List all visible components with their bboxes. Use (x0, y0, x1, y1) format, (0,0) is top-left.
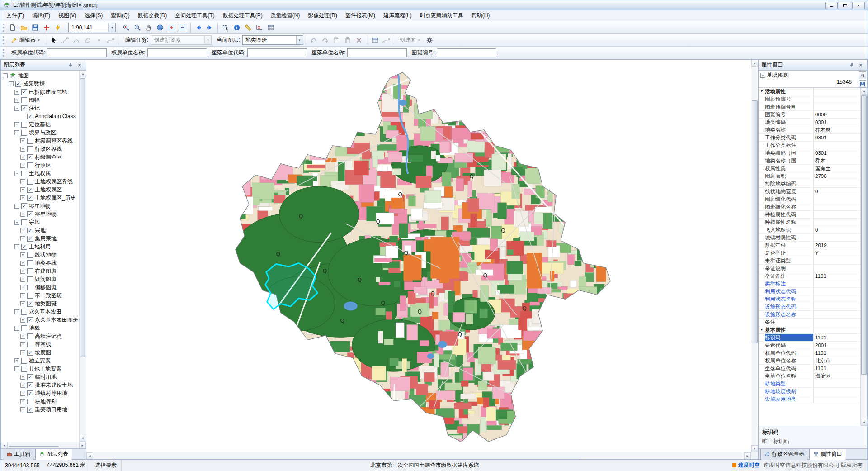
property-section[interactable]: ▼活动属性 (759, 88, 860, 95)
menu-item-4[interactable]: 选择(S) (80, 10, 107, 21)
layer-visibility-checkbox[interactable] (27, 179, 33, 185)
property-row[interactable]: 扣除地类编码 (759, 180, 860, 188)
property-value[interactable] (814, 234, 860, 241)
open-project-button[interactable] (19, 23, 29, 33)
sketch-properties-button[interactable] (381, 35, 392, 45)
property-row[interactable]: 图斑预编号 (759, 95, 860, 103)
layer-tree-item[interactable]: -✓注记 (1, 104, 79, 112)
property-value[interactable] (814, 288, 860, 295)
property-row[interactable]: 工作分类代码0301 (759, 134, 860, 142)
property-value[interactable]: 国有土 (814, 165, 860, 172)
tree-expand-icon[interactable]: + (20, 236, 25, 241)
tree-expand-icon[interactable]: + (14, 358, 19, 363)
scroll-down-icon[interactable]: ▼ (751, 445, 758, 452)
layer-visibility-checkbox[interactable]: ✓ (27, 317, 33, 323)
map-scale-combo[interactable]: 1:90,141 ▼ (68, 23, 116, 32)
layer-tree-item[interactable]: +✓城镇村等用地 (1, 389, 79, 397)
menu-item-10[interactable]: 影像处理(R) (304, 10, 341, 21)
layer-visibility-checkbox[interactable]: ✓ (27, 407, 33, 413)
tree-expand-icon[interactable]: + (20, 147, 25, 152)
menu-item-7[interactable]: 空间处理工具(T) (171, 10, 218, 21)
tree-expand-icon[interactable]: + (20, 383, 25, 388)
fixed-zoom-out-button[interactable] (177, 23, 188, 33)
property-value[interactable] (814, 103, 860, 110)
layer-visibility-checkbox[interactable] (27, 146, 33, 152)
property-row[interactable]: 备注 (759, 319, 860, 326)
tree-expand-icon[interactable]: + (20, 318, 25, 323)
layer-visibility-checkbox[interactable]: ✓ (21, 244, 27, 250)
identify-button[interactable] (231, 23, 242, 33)
property-row[interactable]: 权属单位代码1101 (759, 349, 860, 357)
property-value[interactable] (814, 303, 860, 310)
scroll-thumb[interactable] (113, 457, 581, 457)
property-value[interactable] (814, 142, 860, 149)
tree-collapse-icon[interactable]: - (14, 366, 19, 371)
layer-visibility-checkbox[interactable]: ✓ (21, 203, 27, 209)
tree-expand-icon[interactable]: + (14, 122, 19, 127)
tree-collapse-icon[interactable]: - (14, 130, 19, 135)
layer-panel-tab-1[interactable]: 工具箱 (3, 449, 34, 460)
property-row[interactable]: 地类编码（国0301 (759, 149, 860, 157)
layer-tree-item[interactable]: -境界与政区 (1, 128, 79, 137)
layer-tree-item[interactable]: -✓土地利用 (1, 243, 79, 251)
property-value[interactable] (814, 395, 860, 403)
layer-visibility-checkbox[interactable] (27, 138, 33, 144)
tree-collapse-icon[interactable]: - (14, 171, 19, 176)
fixed-zoom-in-button[interactable] (166, 23, 177, 33)
property-row[interactable]: 标识码1101 (759, 334, 860, 342)
layer-visibility-checkbox[interactable] (21, 325, 27, 331)
layer-visibility-checkbox[interactable] (21, 358, 27, 364)
layer-tree-item[interactable]: +独立要素 (1, 357, 79, 365)
layer-tree-item[interactable]: +等高线 (1, 340, 79, 348)
tree-expand-icon[interactable]: + (20, 375, 25, 380)
property-row[interactable]: 未举证类型 (759, 257, 860, 265)
property-row[interactable]: 耕地坡度级别 (759, 388, 860, 395)
scroll-right-icon[interactable]: ► (744, 452, 751, 459)
layer-tree-item[interactable]: +✓土地权属区_历史 (1, 194, 79, 202)
pin-panel-button[interactable] (848, 62, 855, 69)
edit-select-cursor-button[interactable] (48, 35, 59, 45)
layer-visibility-checkbox[interactable] (27, 260, 33, 266)
scroll-up-icon[interactable]: ▲ (861, 88, 868, 95)
menu-item-14[interactable]: 帮助(H) (467, 10, 494, 21)
tree-expand-icon[interactable]: + (20, 399, 25, 404)
tree-collapse-icon[interactable]: - (14, 106, 19, 111)
sketch-point-tool-button[interactable] (94, 35, 104, 45)
property-value[interactable] (814, 265, 860, 272)
layer-visibility-checkbox[interactable] (27, 162, 33, 168)
property-row[interactable]: 种植属性名称 (759, 219, 860, 226)
property-row[interactable]: 利用状态名称 (759, 295, 860, 303)
layer-tree-item[interactable]: +✓永久基本农田图斑 (1, 316, 79, 324)
layer-visibility-checkbox[interactable] (21, 97, 27, 103)
property-row[interactable]: 要素代码2001 (759, 342, 860, 349)
layer-visibility-checkbox[interactable]: ✓ (27, 301, 33, 307)
property-value[interactable] (814, 203, 860, 210)
property-row[interactable]: 类举标注 (759, 280, 860, 288)
layer-tree-item[interactable]: -地图 (1, 71, 79, 80)
tree-expand-icon[interactable]: + (20, 293, 25, 298)
layer-visibility-checkbox[interactable] (21, 309, 27, 315)
property-row[interactable]: 举证说明 (759, 265, 860, 272)
layer-tree-item[interactable]: -✓零星地物 (1, 202, 79, 210)
tree-expand-icon[interactable]: + (20, 407, 25, 412)
layer-tree-item[interactable]: -其他土地要素 (1, 365, 79, 373)
property-value[interactable]: 1101 (814, 349, 860, 357)
menu-item-5[interactable]: 查询(Q) (107, 10, 133, 21)
layer-tree-item[interactable]: +行政区 (1, 161, 79, 169)
layer-tree-item[interactable]: +✓宗地 (1, 226, 79, 234)
toolbar-grip[interactable] (3, 49, 5, 57)
property-value[interactable]: 2019 (814, 242, 860, 249)
goto-xy-button[interactable] (254, 23, 265, 33)
layer-tree-item[interactable]: +耕地等别 (1, 397, 79, 405)
layer-visibility-checkbox[interactable]: ✓ (27, 114, 33, 119)
map-hscrollbar[interactable]: ◄ ► (86, 452, 751, 459)
layer-visibility-checkbox[interactable]: ✓ (27, 211, 33, 217)
feature-attributes-button[interactable] (369, 35, 380, 45)
layer-tree-item[interactable]: +线状地物 (1, 251, 79, 259)
property-value[interactable] (814, 295, 860, 303)
property-grid-vscrollbar[interactable]: ▲ ▼ (860, 88, 867, 426)
property-value[interactable] (814, 257, 860, 264)
layer-tree-item[interactable]: +行政区界线 (1, 145, 79, 153)
chevron-down-icon[interactable]: ▼ (108, 23, 115, 32)
tree-expand-icon[interactable]: + (14, 98, 19, 103)
